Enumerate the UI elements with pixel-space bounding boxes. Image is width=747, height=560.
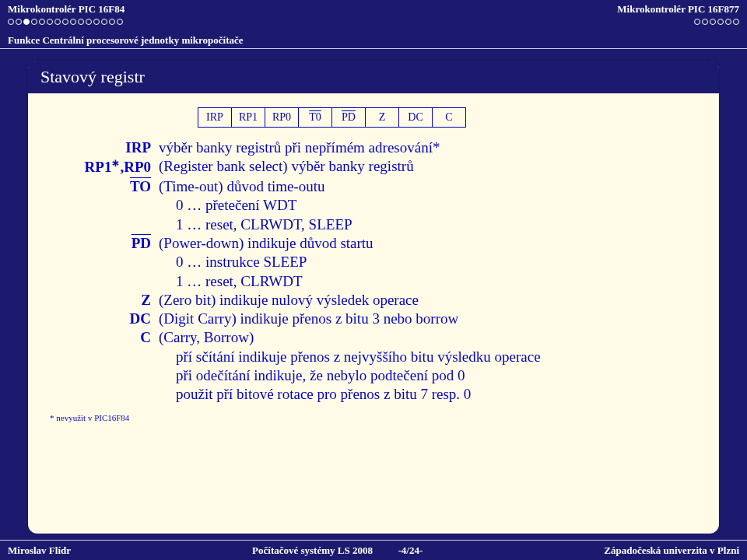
def-line: (Carry, Borrow) bbox=[159, 328, 697, 347]
register-diagram: IRPRP1RP0T0PDZDCC bbox=[198, 107, 697, 128]
def-line: 1 … reset, CLRWDT, SLEEP bbox=[159, 215, 697, 234]
nav-dot[interactable] bbox=[702, 19, 708, 25]
def-desc: (Power-down) indikuje důvod startu0 … in… bbox=[159, 234, 697, 291]
def-term: RP1∗,RP0 bbox=[50, 157, 151, 177]
def-term: TO bbox=[50, 177, 151, 234]
footer-page: -4/24- bbox=[398, 544, 423, 556]
nav-dot[interactable] bbox=[39, 19, 45, 25]
header-rule bbox=[0, 48, 747, 49]
def-desc: (Digit Carry) indikuje přenos z bitu 3 n… bbox=[159, 310, 697, 328]
nav-dot[interactable] bbox=[70, 19, 76, 25]
nav-dot[interactable] bbox=[101, 19, 107, 25]
register-bit: RP0 bbox=[265, 107, 299, 128]
def-line: (Power-down) indikuje důvod startu bbox=[159, 234, 697, 253]
def-line: pří sčítání indikuje přenos z nejvyššího… bbox=[159, 348, 697, 366]
def-desc: (Register bank select) výběr banky regis… bbox=[159, 157, 697, 177]
header-right-title: Mikrokontrolér PIC 16F877 bbox=[617, 3, 739, 16]
register-bit: Z bbox=[365, 107, 399, 128]
register-bit: RP1 bbox=[231, 107, 265, 128]
def-term: DC bbox=[50, 310, 151, 328]
def-line: 0 … instrukce SLEEP bbox=[159, 253, 697, 271]
register-bit: IRP bbox=[198, 107, 232, 128]
register-bit: PD bbox=[331, 107, 366, 128]
footnote: * nevyužit v PIC16F84 bbox=[50, 412, 697, 423]
def-desc: (Zero bit) indikuje nulový výsledek oper… bbox=[159, 291, 697, 310]
nav-dot[interactable] bbox=[117, 19, 123, 25]
register-bit: DC bbox=[398, 107, 433, 128]
register-bit: C bbox=[432, 107, 466, 128]
nav-dot[interactable] bbox=[725, 19, 731, 25]
header-left-title: Mikrokontrolér PIC 16F84 bbox=[8, 3, 124, 16]
def-line: (Register bank select) výběr banky regis… bbox=[159, 157, 697, 176]
nav-dot[interactable] bbox=[23, 19, 30, 25]
def-line: (Time-out) důvod time-outu bbox=[159, 177, 697, 196]
block-title: Stavový registr bbox=[28, 61, 719, 93]
nav-dot[interactable] bbox=[710, 19, 716, 25]
header-subsection: Funkce Centrální procesorové jednotky mi… bbox=[8, 34, 244, 47]
footer-author: Miroslav Flídr bbox=[8, 544, 71, 557]
nav-dot[interactable] bbox=[733, 19, 739, 25]
right-nav-dots bbox=[617, 19, 739, 25]
def-line: při odečítání indikuje, že nebylo podteč… bbox=[159, 366, 697, 385]
def-desc: (Carry, Borrow)pří sčítání indikuje přen… bbox=[159, 328, 697, 404]
footer-university: Západočeská univerzita v Plzni bbox=[604, 544, 739, 557]
def-desc: výběr banky registrů při nepřímém adreso… bbox=[159, 138, 697, 157]
nav-dot[interactable] bbox=[8, 19, 14, 25]
def-line: (Digit Carry) indikuje přenos z bitu 3 n… bbox=[159, 310, 697, 328]
footer-course: Počítačové systémy LS 2008 bbox=[252, 544, 373, 556]
def-line: výběr banky registrů při nepřímém adreso… bbox=[159, 138, 697, 157]
def-line: 1 … reset, CLRWDT bbox=[159, 272, 697, 291]
definitions-list: IRPvýběr banky registrů při nepřímém adr… bbox=[50, 138, 697, 404]
def-term: IRP bbox=[50, 138, 151, 157]
nav-dot[interactable] bbox=[54, 19, 61, 25]
register-bit: T0 bbox=[298, 107, 332, 128]
def-term: C bbox=[50, 328, 151, 404]
def-line: 0 … přetečení WDT bbox=[159, 196, 697, 215]
nav-dot[interactable] bbox=[31, 19, 37, 25]
nav-dot[interactable] bbox=[16, 19, 22, 25]
def-desc: (Time-out) důvod time-outu0 … přetečení … bbox=[159, 177, 697, 234]
def-line: použit pří bitové rotace pro přenos z bi… bbox=[159, 385, 697, 404]
def-term: PD bbox=[50, 234, 151, 291]
slide-footer: Miroslav Flídr Počítačové systémy LS 200… bbox=[0, 540, 747, 560]
nav-dot[interactable] bbox=[78, 19, 84, 25]
def-term: Z bbox=[50, 291, 151, 310]
nav-dot[interactable] bbox=[694, 19, 700, 25]
nav-dot[interactable] bbox=[109, 19, 115, 25]
def-line: (Zero bit) indikuje nulový výsledek oper… bbox=[159, 291, 697, 310]
nav-dot[interactable] bbox=[47, 19, 53, 25]
nav-dot[interactable] bbox=[62, 19, 68, 25]
nav-dot[interactable] bbox=[93, 19, 100, 25]
content-block: Stavový registr IRPRP1RP0T0PDZDCC IRPvýb… bbox=[28, 61, 719, 534]
nav-dot[interactable] bbox=[86, 19, 92, 25]
nav-dot[interactable] bbox=[717, 19, 724, 25]
left-nav-dots bbox=[8, 19, 124, 25]
